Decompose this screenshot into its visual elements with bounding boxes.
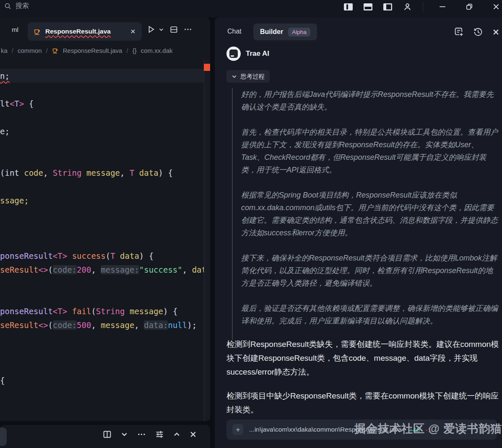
tab-title: ResponseResult.java bbox=[45, 28, 111, 35]
account-icon[interactable] bbox=[403, 3, 412, 11]
breadcrumb-separator: / bbox=[12, 47, 13, 54]
breadcrumb-separator: / bbox=[46, 47, 48, 54]
chevron-down-icon[interactable] bbox=[121, 431, 128, 438]
close-chat-icon[interactable] bbox=[492, 29, 499, 36]
thinking-paragraph: 好的，用户报告后端Java代码编译时提示ResponseResult不存在。我需… bbox=[241, 88, 498, 113]
trae-ai-avatar bbox=[226, 47, 241, 61]
minimize-window-icon[interactable] bbox=[439, 3, 446, 10]
more-actions-icon[interactable] bbox=[137, 430, 146, 439]
cutoff-button[interactable] bbox=[0, 427, 7, 446]
code-line: seResult<>(code:200, message:"success", … bbox=[0, 263, 204, 277]
code-line: lt<T> { bbox=[0, 97, 34, 111]
breadcrumb-separator: / bbox=[126, 47, 128, 54]
toggle-bottom-panel-icon[interactable] bbox=[364, 3, 372, 10]
tab-builder[interactable]: Builder Alpha bbox=[253, 23, 317, 40]
java-file-icon bbox=[34, 28, 41, 35]
thinking-process-toggle[interactable]: 思考过程 bbox=[226, 70, 270, 83]
chat-panel: Chat Builder Alpha Trae AI 思考过程 bbox=[215, 18, 502, 448]
context-file-box[interactable]: ...in\java\com\xx\daka\common\ResponseRe… bbox=[226, 419, 497, 440]
namespace-braces-icon: {} bbox=[133, 47, 137, 54]
run-dropdown-chevron-icon[interactable] bbox=[159, 27, 164, 32]
thinking-paragraph: 接下来，确保补全的ResponseResult类符合项目需求，比如使用Lombo… bbox=[241, 252, 498, 289]
builder-label: Builder bbox=[260, 28, 283, 36]
search-icon bbox=[4, 3, 11, 10]
breadcrumb-module[interactable]: common bbox=[18, 47, 42, 54]
code-line: ponseResult<T> fail(String message) { bbox=[0, 305, 177, 318]
title-bar: 搜索 bbox=[0, 0, 502, 18]
split-editor-icon[interactable] bbox=[170, 26, 178, 34]
split-columns-icon[interactable] bbox=[103, 430, 112, 439]
editor-panel: ml ResponseResult.java ka / common / bbox=[0, 18, 210, 421]
bottom-panel-bar bbox=[0, 425, 210, 448]
close-window-icon[interactable] bbox=[492, 3, 500, 10]
code-editor[interactable]: n;lt<T> {e;(int code, String message, T … bbox=[0, 60, 210, 421]
editor-more-actions-icon[interactable] bbox=[184, 25, 192, 34]
tab-close-icon[interactable] bbox=[130, 29, 136, 34]
alpha-badge: Alpha bbox=[288, 28, 310, 36]
diff-added-count: +46 bbox=[409, 426, 420, 433]
java-file-icon bbox=[52, 47, 59, 54]
code-line: (int code, String message, T data) { bbox=[0, 166, 173, 180]
tab-chat[interactable]: Chat bbox=[227, 28, 242, 35]
code-line: { bbox=[0, 374, 5, 388]
breadcrumb-file[interactable]: ResponseResult.java bbox=[63, 47, 122, 54]
thinking-paragraph: 根据常见的Spring Boot项目结构，ResponseResult应该放在类… bbox=[241, 189, 498, 239]
titlebar-separator bbox=[423, 2, 423, 11]
new-chat-icon[interactable] bbox=[454, 27, 464, 37]
code-lines: n;lt<T> {e;(int code, String message, T … bbox=[0, 69, 204, 421]
breadcrumb-root[interactable]: ka bbox=[1, 47, 8, 54]
context-file-path: ...in\java\com\xx\daka\common\ResponseRe… bbox=[249, 426, 402, 433]
chevron-up-icon[interactable] bbox=[173, 431, 180, 438]
code-line: seResult<>(code:500, message, data:null)… bbox=[0, 318, 197, 332]
answer-paragraph: 检测到项目中缺少ResponseResult类，需要在common模块下创建统一… bbox=[226, 389, 499, 417]
assistant-name: Trae AI bbox=[246, 49, 269, 58]
code-line: ponseResult<T> success(T data) { bbox=[0, 249, 153, 263]
code-line: n; bbox=[0, 69, 10, 83]
answer-paragraph: 检测到ResponseResult类缺失，需要创建统一响应封装类。建议在comm… bbox=[226, 337, 499, 379]
close-panel-icon[interactable] bbox=[190, 431, 197, 438]
global-search[interactable]: 搜索 bbox=[4, 2, 29, 10]
add-context-icon[interactable] bbox=[232, 424, 243, 435]
toggle-left-panel-icon[interactable] bbox=[344, 3, 353, 10]
thinking-toggle-label: 思考过程 bbox=[240, 73, 265, 81]
restore-window-icon[interactable] bbox=[466, 3, 473, 10]
diff-removed-count: -1 bbox=[426, 426, 431, 433]
code-line: e; bbox=[0, 125, 10, 138]
breadcrumb-symbol[interactable]: com.xx.dak bbox=[141, 47, 173, 54]
history-icon[interactable] bbox=[473, 27, 483, 37]
toggle-right-panel-icon[interactable] bbox=[383, 3, 392, 10]
thinking-paragraph: 最后，验证是否还有其他依赖项或配置需要调整，确保新增的类能够被正确编译和使用。完… bbox=[241, 302, 498, 327]
run-icon[interactable] bbox=[147, 25, 155, 34]
breadcrumb: ka / common / ResponseResult.java / {} c… bbox=[1, 47, 209, 54]
editor-scrollbar[interactable] bbox=[204, 60, 210, 421]
trae-logo-icon bbox=[229, 49, 238, 58]
chevron-down-icon bbox=[231, 74, 237, 79]
code-line: ssage; bbox=[0, 194, 29, 208]
thinking-paragraph: 首先，检查代码库中的相关目录，特别是公共模块或工具包的位置。查看用户提供的上下文… bbox=[241, 126, 498, 176]
error-marker bbox=[204, 64, 210, 71]
thinking-block: 好的，用户报告后端Java代码编译时提示ResponseResult不存在。我需… bbox=[232, 88, 498, 340]
search-label: 搜索 bbox=[16, 2, 29, 10]
tab-partial[interactable]: ml bbox=[12, 26, 18, 33]
filter-settings-icon[interactable] bbox=[155, 430, 164, 439]
assistant-answer: 检测到ResponseResult类缺失，需要创建统一响应封装类。建议在comm… bbox=[226, 337, 499, 427]
tab-responseresult-java[interactable]: ResponseResult.java bbox=[28, 22, 142, 41]
